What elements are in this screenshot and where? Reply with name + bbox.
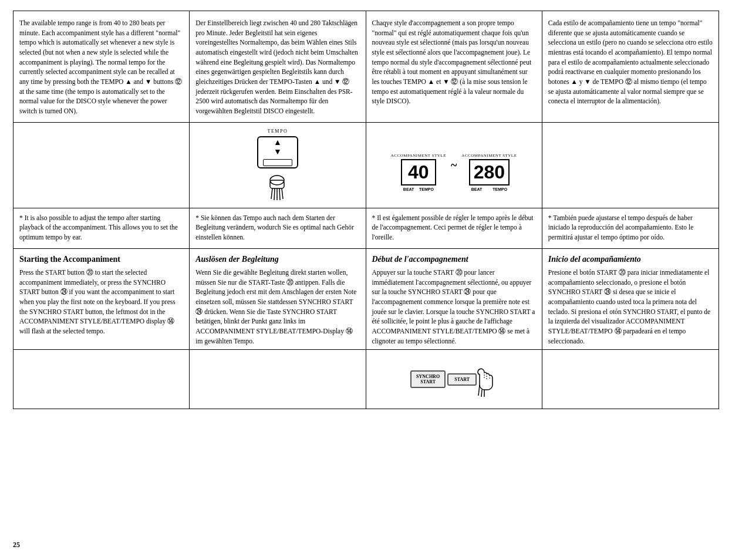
col4-bottom-diagram — [542, 350, 718, 409]
display2-label: ACCOMPANIMENT STYLE — [461, 153, 517, 158]
col4-section-text: Presione el botón START ⑳ para iniciar i… — [548, 269, 710, 345]
bullet-row: * It is also possible to adjust the temp… — [13, 208, 719, 248]
tempo-label-bottom2: TEMPO — [493, 187, 507, 191]
col2-bottom-diagram — [190, 350, 366, 409]
knob-inner: ▲▼ — [263, 138, 292, 166]
beat-label: BEAT — [403, 187, 414, 191]
tilde-separator: ~ — [451, 158, 457, 172]
svg-line-3 — [274, 188, 275, 200]
page: The available tempo range is from 40 to … — [0, 0, 732, 560]
diagram-row: TEMPO ▲▼ — [13, 122, 719, 208]
svg-line-6 — [282, 188, 283, 199]
col1-bullet: * It is also possible to adjust the temp… — [14, 208, 190, 248]
col3-top-text: Chaqye style d'accompagnement a son prop… — [372, 19, 532, 104]
col2-section: Auslösen der Begleitung Wenn Sie die gew… — [190, 249, 366, 350]
col2-diagram: TEMPO ▲▼ — [190, 123, 366, 208]
start-label: START — [453, 377, 471, 382]
hand-icon — [264, 170, 291, 202]
col2-section-text: Wenn Sie die gewählte Begleitung direkt … — [195, 269, 356, 345]
synchro-start-button: SYNCHROSTART — [410, 370, 446, 388]
col1-top-text: The available tempo range is from 40 to … — [19, 19, 182, 114]
knob-arrows: ▲▼ — [274, 138, 282, 157]
col1-bottom-diagram — [14, 350, 190, 409]
svg-line-2 — [271, 188, 272, 199]
col3-bullet: * Il est également possible de régler le… — [366, 208, 542, 248]
tempo-range-diagram: ACCOMPANIMENT STYLE 40 BEAT TEMPO ~ ACCO… — [391, 145, 517, 185]
col1-top: The available tempo range is from 40 to … — [14, 11, 190, 122]
top-text-section: The available tempo range is from 40 to … — [13, 11, 719, 122]
col1-section-title: Starting the Accompaniment — [19, 254, 183, 265]
col3-bottom-diagram: SYNCHROSTART START — [366, 350, 542, 409]
col4-top: Cada estilo de acompañamiento tiene un t… — [542, 11, 718, 122]
col4-bullet: * También puede ajustarse el tempo despu… — [542, 208, 718, 248]
svg-line-5 — [279, 188, 280, 200]
col2-bullet-text: * Sie können das Tempo auch nach dem Sta… — [195, 214, 354, 241]
col2-bullet: * Sie können das Tempo auch nach dem Sta… — [190, 208, 366, 248]
display1-label: ACCOMPANIMENT STYLE — [391, 153, 446, 158]
col3-section-title: Début de l'accompagnement — [372, 254, 536, 265]
display1-value: 40 BEAT TEMPO — [401, 159, 436, 185]
col1-diagram — [14, 123, 190, 208]
display2-bottom: BEAT TEMPO — [470, 187, 508, 191]
col1-section-text: Press the START button ⑳ to start the se… — [19, 269, 176, 335]
tempo-label: TEMPO — [268, 129, 288, 134]
tempo-display: ACCOMPANIMENT STYLE 40 BEAT TEMPO ~ ACCO… — [391, 145, 517, 185]
col3-bullet-text: * Il est également possible de régler le… — [372, 214, 534, 241]
page-number: 25 — [13, 541, 20, 549]
display1-bottom: BEAT TEMPO — [402, 187, 435, 191]
display2-number: 280 — [474, 161, 505, 183]
col2-section-title: Auslösen der Begleitung — [195, 254, 359, 265]
col4-section: Inicio del acompañamiento Presione el bo… — [542, 249, 718, 350]
col2-top-text: Der Einstellbereich liegt zwischen 40 un… — [195, 19, 358, 114]
col4-diagram — [542, 123, 718, 208]
col4-section-title: Inicio del acompañamiento — [548, 254, 713, 265]
svg-rect-1 — [270, 180, 284, 188]
col4-bullet-text: * También puede ajustarse el tempo despu… — [548, 214, 693, 241]
tempo-knob-box: ▲▼ — [257, 136, 298, 168]
col3-section-text: Appuyer sur la touche START ⑳ pour lance… — [372, 269, 535, 345]
start-button: START — [447, 373, 477, 386]
col4-top-text: Cada estilo de acompañamiento tiene un t… — [548, 19, 713, 104]
hand-pointing-icon — [474, 366, 497, 399]
synchro-start-label: SYNCHROSTART — [416, 374, 440, 384]
col3-diagram: ACCOMPANIMENT STYLE 40 BEAT TEMPO ~ ACCO… — [366, 123, 542, 208]
beat-label2: BEAT — [471, 187, 483, 191]
display2-value: 280 BEAT TEMPO — [469, 159, 510, 185]
display1-number: 40 — [408, 161, 429, 183]
col1-bullet-text: * It is also possible to adjust the temp… — [19, 214, 178, 241]
bottom-diagram-row: SYNCHROSTART START — [13, 349, 719, 409]
col1-section: Starting the Accompaniment Press the STA… — [14, 249, 190, 350]
col3-top: Chaqye style d'accompagnement a son prop… — [366, 11, 542, 122]
section-row: Starting the Accompaniment Press the STA… — [13, 248, 719, 350]
col3-section: Début de l'accompagnement Appuyer sur la… — [366, 249, 542, 350]
tempo-knob-diagram: TEMPO ▲▼ — [257, 129, 298, 202]
knob-slider — [263, 159, 292, 166]
tempo-label-bottom: TEMPO — [419, 187, 434, 191]
col2-top: Der Einstellbereich liegt zwischen 40 un… — [190, 11, 366, 122]
button-diagram: SYNCHROSTART START — [410, 360, 497, 399]
